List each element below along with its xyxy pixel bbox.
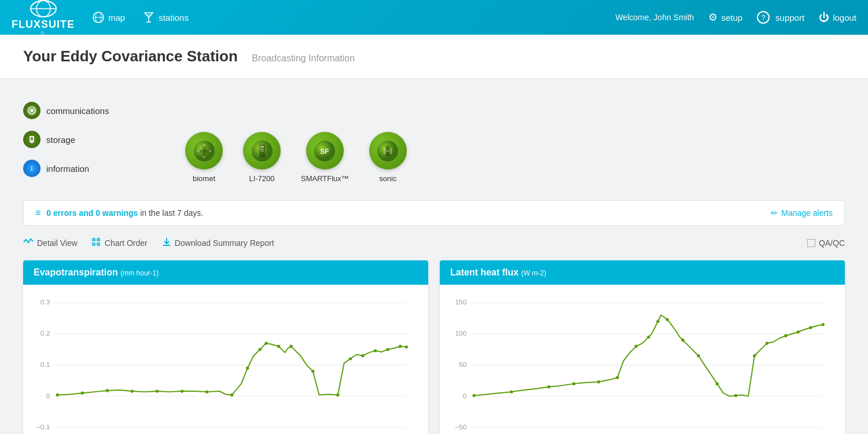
svg-point-69 [399,345,402,348]
svg-point-89 [616,376,619,379]
manage-alerts-button[interactable]: ✏ Manage alerts [771,208,833,218]
nav-setup[interactable]: ⚙ setup [708,11,742,24]
toolbar: Detail View Chart Order Download Summary… [23,237,845,249]
instrument-sonic[interactable]: sonic [369,132,407,183]
chart-order-icon [92,238,101,248]
nav-items: map stations [92,11,615,24]
storage-icon [23,131,41,148]
sonic-icon [369,132,407,170]
svg-point-58 [246,367,249,370]
download-icon [162,237,171,249]
svg-rect-25 [260,146,264,148]
logo-icon [29,0,58,19]
smartflux-label: SMARTFlux™ [301,174,349,183]
svg-point-59 [259,348,262,351]
svg-text:SF: SF [321,148,329,156]
svg-point-19 [203,144,205,146]
svg-point-56 [205,390,208,393]
li7200-icon [243,132,281,170]
svg-point-84 [473,394,476,397]
pencil-icon: ✏ [771,208,778,218]
svg-point-54 [156,389,159,392]
svg-text:0.3: 0.3 [41,298,50,306]
svg-text:0.1: 0.1 [41,361,50,369]
download-report-button[interactable]: Download Summary Report [162,237,274,249]
svg-point-88 [597,380,600,383]
qa-qc-button[interactable]: QA/QC [807,238,845,248]
svg-point-20 [203,156,205,158]
alerts-text: 0 errors and 0 warnings in the last 7 da… [46,208,203,218]
sonic-label: sonic [379,174,396,183]
svg-point-22 [209,150,211,152]
nav-support[interactable]: ? support [757,11,804,24]
alerts-list-icon: ≡ [35,208,41,218]
chart-evap-svg: 0.3 0.2 0.1 0 −0.1 03-25 03-26 03-27 [32,293,420,434]
svg-point-21 [197,150,200,152]
svg-point-101 [797,330,800,333]
svg-rect-26 [260,149,264,150]
alerts-suffix: in the last 7 days. [138,208,203,218]
chart-lh-title: Latent heat flux (W m-2) [450,267,546,277]
information-label: information [46,164,89,174]
instrument-smartflux[interactable]: SF SMARTFlux™ [301,132,349,183]
svg-rect-36 [97,242,100,246]
nav-map-label: map [108,13,125,23]
svg-point-102 [809,326,812,329]
svg-text:−50: −50 [455,423,466,431]
welcome-text: Welcome, John Smith [615,13,694,22]
svg-point-91 [647,336,650,339]
svg-point-64 [336,393,339,396]
logo-text: FLUXSUITE [12,19,75,31]
svg-point-60 [264,341,267,344]
svg-point-93 [665,318,668,321]
sidebar-item-communications[interactable]: communications [23,102,139,119]
svg-point-87 [572,382,575,385]
svg-point-66 [361,354,364,357]
svg-point-53 [131,389,134,392]
setup-icon: ⚙ [708,11,718,24]
communications-label: communications [46,106,109,116]
chart-order-button[interactable]: Chart Order [92,238,148,248]
smartflux-icon: SF [306,132,344,170]
svg-point-52 [106,389,109,392]
svg-point-8 [30,109,34,112]
nav-map[interactable]: map [92,11,125,24]
instrument-biomet[interactable]: biomet [185,132,223,183]
storage-label: storage [46,135,75,145]
header: FLUXSUITE ® map stations Welcome, John S… [0,0,868,35]
detail-view-button[interactable]: Detail View [23,238,78,248]
nav-stations[interactable]: stations [142,11,189,24]
biomet-icon [185,132,223,170]
svg-text:50: 50 [459,361,467,369]
logout-label: logout [833,13,856,23]
instrument-li7200[interactable]: LI-7200 [243,132,281,183]
svg-text:0: 0 [46,392,50,400]
svg-point-63 [311,370,314,373]
svg-text:0: 0 [463,392,467,400]
svg-point-68 [386,348,389,351]
nav-logout[interactable]: ⏻ logout [819,12,856,24]
page-title: Your Eddy Covariance Station [23,47,238,65]
li7200-label: LI-7200 [249,174,274,183]
svg-point-100 [784,334,787,337]
svg-point-92 [656,320,659,323]
page-subtitle: Broadcasting Information [252,53,355,63]
main-content: communications storage i information [0,79,868,434]
sidebar-item-information[interactable]: i information [23,160,139,177]
svg-point-98 [753,354,756,357]
svg-rect-33 [92,238,95,241]
manage-alerts-label: Manage alerts [781,208,833,218]
support-label: support [775,13,804,23]
charts-grid: Evapotranspiration (mm hour-1) 0.3 0.2 0… [23,260,845,434]
alerts-left: ≡ 0 errors and 0 warnings in the last 7 … [35,208,203,218]
svg-point-50 [56,393,59,396]
svg-point-94 [681,339,684,341]
svg-text:150: 150 [455,298,467,306]
checkbox-icon [807,239,815,247]
qa-qc-label: QA/QC [819,238,845,248]
right-nav: Welcome, John Smith ⚙ setup ? support ⏻ … [615,11,856,24]
svg-text:−0.1: −0.1 [36,423,50,431]
sidebar-item-storage[interactable]: storage [23,131,139,148]
svg-rect-34 [97,238,100,241]
svg-point-55 [181,389,183,392]
